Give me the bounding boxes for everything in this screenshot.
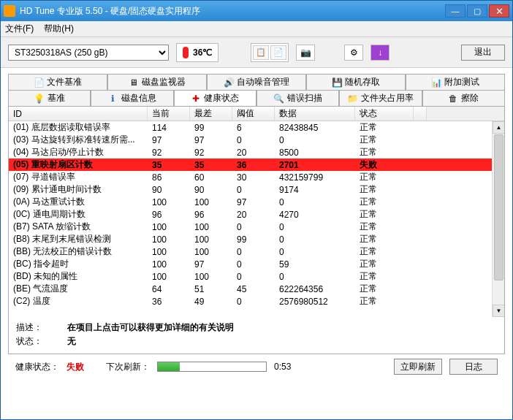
tab-health[interactable]: ✚健康状态 <box>174 90 256 106</box>
table-row[interactable]: (BB) 无法校正的错误计数10010000正常 <box>9 245 504 258</box>
cell-status: 失败 <box>355 159 414 171</box>
cell-current: 64 <box>148 284 190 294</box>
cell-threshold: 0 <box>232 247 275 257</box>
table-row[interactable]: (B7) SATA 放缩计数10010000正常 <box>9 221 504 233</box>
copy-screenshot-button[interactable]: 📋 <box>253 45 269 60</box>
scrollbar[interactable]: ▲ ▼ <box>492 121 504 317</box>
table-row[interactable]: (09) 累计通电时间计数909009174正常 <box>9 183 504 196</box>
exit-button[interactable]: 退出 <box>461 45 505 61</box>
tab-file-benchmark[interactable]: 📄文件基准 <box>8 74 107 90</box>
cell-worst: 100 <box>190 247 232 257</box>
table-row[interactable]: (C2) 温度364902576980512正常 <box>9 295 504 308</box>
magnifier-icon: 🔍 <box>274 93 284 104</box>
cell-current: 35 <box>148 160 190 170</box>
col-data[interactable]: 数据 <box>275 107 355 121</box>
table-row[interactable]: (BD) 未知的属性10010000正常 <box>9 270 504 283</box>
cell-data: 9174 <box>275 185 355 195</box>
tab-random-access[interactable]: 💾随机存取 <box>306 74 406 90</box>
table-body: (01) 底层数据读取错误率11499682438845正常(03) 马达旋转到… <box>9 121 504 317</box>
menu-file[interactable]: 文件(F) <box>5 23 34 35</box>
cell-id: (09) 累计通电时间计数 <box>9 183 148 196</box>
cell-worst: 49 <box>190 297 232 307</box>
table-row[interactable]: (07) 寻道错误率866030432159799正常 <box>9 171 504 183</box>
tab-erase[interactable]: 🗑擦除 <box>422 90 505 106</box>
maximize-button[interactable]: ▢ <box>467 4 487 18</box>
table-row[interactable]: (BE) 气流温度645145622264356正常 <box>9 283 504 295</box>
file-icon: 📄 <box>34 77 44 88</box>
tab-benchmark[interactable]: 💡基准 <box>8 90 91 106</box>
chart-icon: 📊 <box>431 77 441 88</box>
cell-current: 36 <box>148 297 190 307</box>
table-row[interactable]: (05) 重映射扇区计数3535362701失败 <box>9 159 504 171</box>
refresh-timer: 0:53 <box>274 362 291 372</box>
cell-current: 100 <box>148 272 190 282</box>
scroll-down-button[interactable]: ▼ <box>493 305 504 317</box>
cell-current: 86 <box>148 172 190 183</box>
col-current[interactable]: 当前 <box>148 107 190 121</box>
col-scroll <box>414 107 427 121</box>
table-row[interactable]: (0A) 马达重试计数100100970正常 <box>9 196 504 208</box>
table-header: ID 当前 最差 阈值 数据 状态 <box>9 107 504 121</box>
scroll-thumb[interactable] <box>494 134 503 280</box>
health-panel: ID 当前 最差 阈值 数据 状态 (01) 底层数据读取错误率11499682… <box>8 106 505 354</box>
close-button[interactable]: ✕ <box>489 4 509 18</box>
cell-current: 96 <box>148 210 190 220</box>
cell-current: 90 <box>148 185 190 195</box>
table-row[interactable]: (03) 马达旋转到标准转速所需...979700正常 <box>9 134 504 146</box>
cell-id: (01) 底层数据读取错误率 <box>9 121 148 134</box>
minimize-button[interactable]: — <box>445 4 466 18</box>
cell-data: 8500 <box>275 148 355 158</box>
log-button[interactable]: 日志 <box>449 359 498 375</box>
cell-data: 4270 <box>275 210 355 220</box>
cell-data: 0 <box>275 135 355 145</box>
trash-icon: 🗑 <box>448 93 458 104</box>
screenshot-button[interactable]: 📷 <box>296 45 315 61</box>
cell-threshold: 45 <box>232 284 275 294</box>
tab-disk-monitor[interactable]: 🖥磁盘监视器 <box>107 74 207 90</box>
copy-info-button[interactable]: 📄 <box>270 45 286 60</box>
cell-id: (03) 马达旋转到标准转速所需... <box>9 134 148 146</box>
options-button[interactable]: ⚙ <box>344 45 363 61</box>
tab-info[interactable]: ℹ磁盘信息 <box>91 90 173 106</box>
cell-status: 正常 <box>355 196 414 208</box>
scroll-up-button[interactable]: ▲ <box>493 121 504 134</box>
cell-current: 114 <box>148 123 190 133</box>
cell-threshold: 0 <box>232 222 275 232</box>
cell-status: 正常 <box>355 183 414 196</box>
cell-worst: 96 <box>190 210 232 220</box>
tab-folder-usage[interactable]: 📁文件夹占用率 <box>339 90 422 106</box>
titlebar: HD Tune 专业版 5.50 - 硬盘/固态硬盘实用程序 — ▢ ✕ <box>1 1 512 21</box>
cell-id: (BC) 指令超时 <box>9 258 148 270</box>
tab-aam[interactable]: 🔊自动噪音管理 <box>207 74 306 90</box>
cell-status: 正常 <box>355 221 414 233</box>
table-row[interactable]: (0C) 通电周期计数9696204270正常 <box>9 208 504 221</box>
refresh-now-button[interactable]: 立即刷新 <box>394 359 442 375</box>
cell-threshold: 0 <box>232 272 275 282</box>
col-threshold[interactable]: 阈值 <box>232 107 275 121</box>
cell-data: 432159799 <box>275 172 355 183</box>
col-worst[interactable]: 最差 <box>190 107 232 121</box>
cell-worst: 100 <box>190 222 232 232</box>
table-row[interactable]: (01) 底层数据读取错误率11499682438845正常 <box>9 121 504 134</box>
drive-select[interactable]: ST3250318AS (250 gB) <box>8 45 169 61</box>
cell-id: (B7) SATA 放缩计数 <box>9 221 148 233</box>
health-label: 健康状态： <box>15 361 59 373</box>
tool-group: 📋 📄 <box>251 43 289 62</box>
cell-threshold: 20 <box>232 210 275 220</box>
table-row[interactable]: (04) 马达启动/停止计数9292208500正常 <box>9 146 504 159</box>
tab-row-bottom: 💡基准 ℹ磁盘信息 ✚健康状态 🔍错误扫描 📁文件夹占用率 🗑擦除 <box>8 90 505 106</box>
table-row[interactable]: (BC) 指令超时10097059正常 <box>9 258 504 270</box>
cell-id: (C2) 温度 <box>9 295 148 308</box>
col-status[interactable]: 状态 <box>355 107 414 121</box>
cell-worst: 97 <box>190 135 232 145</box>
cell-worst: 51 <box>190 284 232 294</box>
info-icon: ℹ <box>108 93 118 104</box>
col-id[interactable]: ID <box>9 107 148 121</box>
tab-extra-tests[interactable]: 📊附加测试 <box>406 74 505 90</box>
tab-error-scan[interactable]: 🔍错误扫描 <box>256 90 339 106</box>
menu-help[interactable]: 帮助(H) <box>44 23 74 35</box>
table-row[interactable]: (B8) 末尾到末尾错误检测100100990正常 <box>9 233 504 245</box>
cell-worst: 100 <box>190 234 232 245</box>
refresh-button[interactable]: ↓ <box>370 45 390 61</box>
cell-worst: 60 <box>190 172 232 183</box>
